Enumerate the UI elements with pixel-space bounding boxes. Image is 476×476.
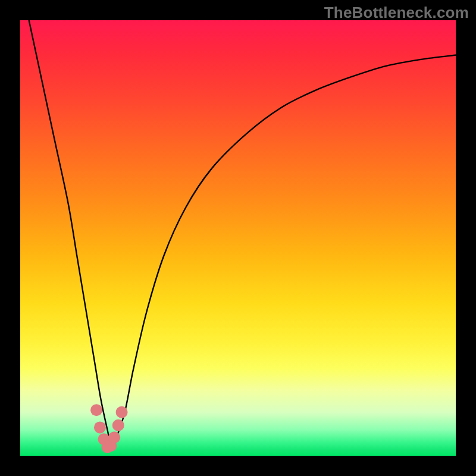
chart-frame: TheBottleneck.com	[0, 0, 476, 476]
marker-dot	[94, 421, 106, 433]
attribution-text: TheBottleneck.com	[324, 4, 469, 22]
marker-dot	[112, 419, 124, 431]
highlight-markers	[90, 404, 127, 453]
marker-dot	[90, 404, 102, 416]
marker-dot	[108, 431, 120, 443]
curve-layer	[20, 20, 456, 456]
marker-dot	[116, 406, 128, 418]
bottleneck-curve	[29, 20, 456, 447]
plot-area	[20, 20, 456, 456]
